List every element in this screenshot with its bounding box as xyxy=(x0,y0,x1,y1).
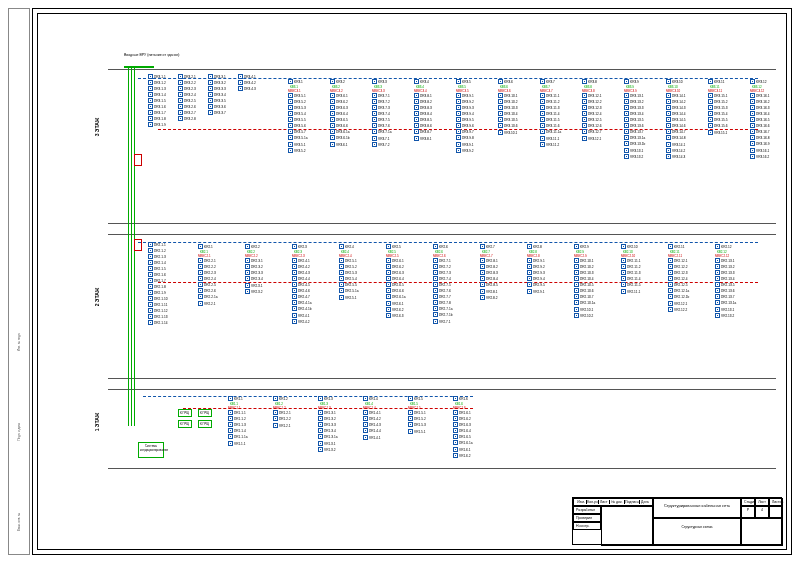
vr-node: VR2.9.1 xyxy=(527,289,545,294)
socket-icon xyxy=(666,117,671,122)
node-label: DR3.8.6 xyxy=(420,124,432,128)
node-label: DR3.4.3 xyxy=(244,87,256,91)
node-label: VR3.12.1 xyxy=(588,137,601,141)
dr-node: DR3.1.7 xyxy=(148,110,166,115)
socket-icon xyxy=(498,117,503,122)
dr-node: DR1.3.4 xyxy=(318,428,337,433)
dr-node: DR2.13.1 xyxy=(715,258,736,263)
node-label: DR2.12.1b xyxy=(674,295,689,299)
dr-node: DR3.16.5 xyxy=(750,117,769,122)
dr-node: DR3.15.3 xyxy=(708,105,727,110)
socket-icon xyxy=(480,258,485,263)
socket-icon xyxy=(574,294,579,299)
node-label: DR3.16.2 xyxy=(756,100,769,104)
socket-icon xyxy=(408,429,413,434)
dr-node: DR2.10.2 xyxy=(574,264,595,269)
dr-node: DR2.1.13 xyxy=(148,314,167,319)
socket-icon xyxy=(666,105,671,110)
node-label: DR3.10.6 xyxy=(504,124,517,128)
node-label: VR2.7.1 xyxy=(439,320,451,324)
title-block: Изм. Кол.уч Лист № док. Подпись Дата Раз… xyxy=(572,497,782,545)
vr-sub: VR3.11.1VR3.11.2 xyxy=(540,136,561,147)
node-label: DR2.4.1a xyxy=(298,301,311,305)
socket-icon xyxy=(668,301,673,306)
dr-node: DR2.3.2 xyxy=(245,264,263,269)
node-label: DR2.4.1 xyxy=(298,259,310,263)
node-label: VR1.4.1 xyxy=(369,436,381,440)
node-label: DR3.13.7 xyxy=(630,130,643,134)
dr-node: DR1.1.1 xyxy=(228,410,247,415)
panel-icon xyxy=(708,79,713,84)
node-label: DR2.11.1 xyxy=(627,259,640,263)
node-label: VR1.2.1 xyxy=(279,424,291,428)
kr-label: KR2.2 xyxy=(251,245,260,249)
dr-node: DR2.5.3 xyxy=(339,270,358,275)
socket-icon xyxy=(228,434,233,439)
node-label: DR3.5.7 xyxy=(294,130,306,134)
socket-icon xyxy=(414,99,419,104)
socket-icon xyxy=(372,99,377,104)
dr-node: DR1.6.1a xyxy=(453,440,472,445)
kr-group: KR2.11КВ2.11МВКС2.11DR2.12.1DR2.12.2DR2.… xyxy=(668,244,689,313)
node-label: DR2.7.6 xyxy=(439,289,451,293)
node-label: DR2.4.4 xyxy=(298,277,310,281)
node-label: DR3.3.4 xyxy=(214,93,226,97)
node-label: DR3.6.4 xyxy=(336,112,348,116)
node-label: DR3.13.1a xyxy=(630,136,645,140)
socket-icon xyxy=(198,258,203,263)
kr-group: KR3.7КВ3.7МВКС3.7DR3.11.1DR3.11.2DR3.11.… xyxy=(540,79,561,148)
dr-node: DR3.12.3 xyxy=(582,105,601,110)
socket-icon xyxy=(708,123,713,128)
node-label: DR2.1.9 xyxy=(154,291,166,295)
vr-sub: VR3.9.1VR3.9.2 xyxy=(456,142,474,153)
dr-node: DR3.5.7 xyxy=(288,129,307,134)
ups-box-3: К ГРЩ xyxy=(198,409,212,417)
socket-icon xyxy=(148,92,153,97)
node-label: DR2.9.1 xyxy=(533,259,545,263)
dr-node: DR2.11.2 xyxy=(621,264,640,269)
node-label: DR1.3.1 xyxy=(324,411,336,415)
socket-icon xyxy=(582,93,587,98)
node-label: DR2.7.1b xyxy=(439,313,452,317)
node-label: DR2.3.2 xyxy=(251,265,263,269)
dr-node: DR3.7.1 xyxy=(372,93,391,98)
dr-node: DR2.9.5 xyxy=(527,282,545,287)
dr-node: DR2.8.1 xyxy=(480,258,498,263)
socket-icon xyxy=(148,122,153,127)
vr-sub: VR3.6.1 xyxy=(330,142,349,147)
dr-stack: DR3.4.1DR3.4.2DR3.4.3 xyxy=(238,74,256,92)
vr-node: VR2.4.2 xyxy=(292,319,311,324)
dr-node: DR3.16.6 xyxy=(750,123,769,128)
node-label: VR2.4.1 xyxy=(298,314,310,318)
socket-icon xyxy=(668,294,673,299)
panel-icon xyxy=(288,79,293,84)
node-label: DR3.4.1 xyxy=(244,75,256,79)
node-label: DR3.9.4 xyxy=(462,112,474,116)
node-label: DR2.3.1 xyxy=(251,259,263,263)
dr-node: DR2.7.3 xyxy=(433,270,452,275)
node-label: DR3.16.3 xyxy=(756,106,769,110)
socket-icon xyxy=(453,440,458,445)
dr-node: DR3.9.2 xyxy=(456,99,474,104)
node-label: DR3.11.2 xyxy=(546,100,559,104)
socket-icon xyxy=(666,135,671,140)
vr-sub: VR2.2.1 xyxy=(198,301,217,306)
socket-icon xyxy=(498,105,503,110)
kr-label: KR2.7 xyxy=(486,245,495,249)
node-label: DR2.5.1 xyxy=(345,259,357,263)
vr-node: VR3.16.2 xyxy=(750,154,769,159)
node-label: DR1.5.1 xyxy=(414,411,426,415)
dr-node: DR2.12.4 xyxy=(668,276,689,281)
kr-head: KR2.7 xyxy=(480,244,498,249)
dr-node: DR3.16.3 xyxy=(750,105,769,110)
node-label: DR2.4.1b xyxy=(298,307,311,311)
kr-group: KR2.9КВ2.9МВКС2.9DR2.10.1DR2.10.2DR2.10.… xyxy=(574,244,595,319)
vr-node: VR3.13.2 xyxy=(624,154,645,159)
socket-icon xyxy=(273,410,278,415)
kr-head: KR3.5 xyxy=(456,79,474,84)
dr-node: DR3.11.6 xyxy=(540,123,561,128)
socket-icon xyxy=(414,117,419,122)
socket-icon xyxy=(148,320,153,325)
vr-sub: VR3.8.1 xyxy=(414,136,432,141)
socket-icon xyxy=(433,288,438,293)
